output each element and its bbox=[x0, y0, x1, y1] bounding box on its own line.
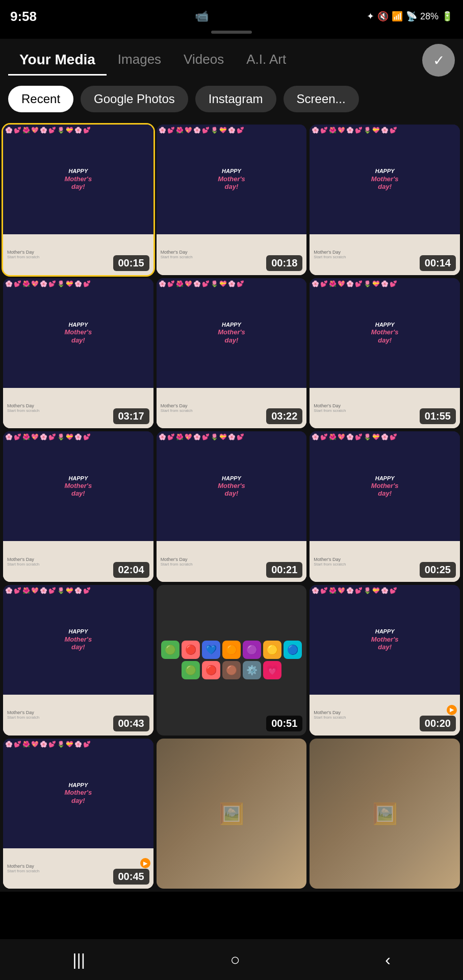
card-top: 🌸💕🌺💖🌸💕 🌷💝🌸💕 HAPPY Mother's day! bbox=[3, 278, 153, 388]
media-item-6[interactable]: 🌸💕🌺💖🌸💕 🌷💝🌸💕 HAPPY Mother's day! Mother's… bbox=[310, 278, 460, 429]
mothers-day-thumb: 🌸💕🌺💖🌸💕 🌷💝🌸💕 HAPPY Mother's day! Mother's… bbox=[3, 585, 153, 736]
duration-badge: 03:17 bbox=[113, 408, 149, 424]
media-item-2[interactable]: 🌸💕🌺💖🌸💕 🌷💝🌸💕 HAPPY Mother's day! Mother's… bbox=[157, 125, 307, 275]
card-top: 🌸💕🌺💖🌸💕 🌷💝🌸💕 HAPPY Mother's day! bbox=[310, 125, 460, 234]
media-item-5[interactable]: 🌸💕🌺💖🌸💕 🌷💝🌸💕 HAPPY Mother's day! Mother's… bbox=[157, 278, 307, 429]
mothers-day-text: HAPPY Mother's day! bbox=[371, 322, 399, 344]
mothers-day-thumb: 🌸💕🌺💖🌸💕 🌷💝🌸💕 HAPPY Mother's day! Mother's… bbox=[3, 739, 153, 889]
card-top: 🌸💕🌺💖🌸💕 🌷💝🌸💕 HAPPY Mother's day! bbox=[310, 585, 460, 695]
mothers-day-text: HAPPY Mother's day! bbox=[65, 475, 92, 498]
media-item-13[interactable]: 🌸💕🌺💖🌸💕 🌷💝🌸💕 HAPPY Mother's day! Mother's… bbox=[3, 739, 153, 889]
card-sublabel: Start from scratch bbox=[314, 562, 346, 567]
nav-back[interactable]: ‹ bbox=[370, 945, 406, 974]
media-item-8[interactable]: 🌸💕🌺💖🌸💕 🌷💝🌸💕 HAPPY Mother's day! Mother's… bbox=[157, 431, 307, 582]
media-item-1[interactable]: 🌸💕🌺💖🌸💕 🌷💝🌸💕 HAPPY Mother's day! Mother's… bbox=[3, 125, 153, 275]
tab-videos[interactable]: Videos bbox=[172, 45, 235, 75]
card-label: Mother's Day bbox=[314, 250, 341, 255]
card-label: Mother's Day bbox=[7, 557, 34, 562]
status-bar: 9:58 📹 ✦ 🔇 📶 📡 28% 🔋 bbox=[0, 0, 463, 31]
media-item-4[interactable]: 🌸💕🌺💖🌸💕 🌷💝🌸💕 HAPPY Mother's day! Mother's… bbox=[3, 278, 153, 429]
card-top: 🌸💕🌺💖🌸💕 🌷💝🌸💕 HAPPY Mother's day! bbox=[310, 278, 460, 388]
media-item-7[interactable]: 🌸💕🌺💖🌸💕 🌷💝🌸💕 HAPPY Mother's day! Mother's… bbox=[3, 431, 153, 582]
battery-icon: 🔋 bbox=[442, 11, 453, 22]
card-sublabel: Start from scratch bbox=[7, 562, 39, 567]
mothers-day-thumb: 🌸💕🌺💖🌸💕 🌷💝🌸💕 HAPPY Mother's day! Mother's… bbox=[157, 278, 307, 429]
filter-screen[interactable]: Screen... bbox=[284, 86, 359, 112]
card-top: 🌸💕🌺💖🌸💕 🌷💝🌸💕 HAPPY Mother's day! bbox=[3, 431, 153, 541]
card-top: 🌸💕🌺💖🌸💕 🌷💝🌸💕 HAPPY Mother's day! bbox=[157, 431, 307, 541]
nav-recent-apps[interactable]: ||| bbox=[57, 945, 100, 974]
checkmark-icon: ✓ bbox=[433, 52, 445, 69]
card-sublabel: Start from scratch bbox=[161, 562, 193, 567]
filter-recent[interactable]: Recent bbox=[8, 86, 73, 112]
mothers-day-thumb: 🌸💕🌺💖🌸💕 🌷💝🌸💕 HAPPY Mother's day! Mother's… bbox=[310, 125, 460, 275]
duration-badge: 00:14 bbox=[420, 255, 456, 271]
card-sublabel: Start from scratch bbox=[161, 408, 193, 413]
filter-row: Recent Google Photos Instagram Screen... bbox=[0, 77, 463, 121]
card-sublabel: Start from scratch bbox=[161, 255, 193, 259]
card-sublabel: Start from scratch bbox=[7, 715, 39, 720]
card-label: Mother's Day bbox=[161, 557, 188, 562]
mothers-day-text: HAPPY Mother's day! bbox=[371, 475, 399, 498]
mothers-day-text: HAPPY Mother's day! bbox=[218, 322, 245, 344]
card-top: 🌸💕🌺💖🌸💕 🌷💝🌸💕 HAPPY Mother's day! bbox=[310, 431, 460, 541]
media-item-11[interactable]: 🟢 🔴 💙 🟠 🟣 🟡 🔵 🟢 🔴 🟤 ⚙️ 💗 00:51 bbox=[157, 585, 307, 736]
card-sublabel: Start from scratch bbox=[314, 408, 346, 413]
duration-badge: 02:04 bbox=[113, 562, 149, 578]
real-photo-thumb: 🖼️ bbox=[310, 739, 460, 889]
header: Your Media Images Videos A.I. Art ✓ bbox=[0, 39, 463, 77]
card-sublabel: Start from scratch bbox=[7, 869, 39, 873]
duration-badge: 00:15 bbox=[113, 255, 149, 271]
bluetooth-icon: ✦ bbox=[367, 11, 374, 22]
screen-record-badge: ▶ bbox=[140, 858, 150, 868]
mothers-day-text: HAPPY Mother's day! bbox=[218, 475, 245, 498]
mothers-day-text: HAPPY Mother's day! bbox=[65, 628, 92, 651]
media-grid: 🌸💕🌺💖🌸💕 🌷💝🌸💕 HAPPY Mother's day! Mother's… bbox=[0, 121, 463, 892]
filter-instagram[interactable]: Instagram bbox=[195, 86, 276, 112]
mothers-day-thumb: 🌸💕🌺💖🌸💕 🌷💝🌸💕 HAPPY Mother's day! Mother's… bbox=[3, 431, 153, 582]
tab-ai-art[interactable]: A.I. Art bbox=[235, 45, 297, 75]
card-label: Mother's Day bbox=[314, 403, 341, 408]
media-item-14[interactable]: 🖼️ bbox=[157, 739, 307, 889]
mothers-day-thumb: 🌸💕🌺💖🌸💕 🌷💝🌸💕 HAPPY Mother's day! Mother's… bbox=[310, 431, 460, 582]
confirm-button[interactable]: ✓ bbox=[422, 44, 455, 77]
card-label: Mother's Day bbox=[7, 250, 34, 255]
filter-google-photos[interactable]: Google Photos bbox=[81, 86, 188, 112]
nav-bar: ||| ○ ‹ bbox=[0, 939, 463, 980]
card-label: Mother's Day bbox=[7, 710, 34, 715]
signal-icon: 📡 bbox=[406, 11, 417, 22]
mothers-day-thumb: 🌸💕🌺💖🌸💕 🌷💝🌸💕 HAPPY Mother's day! Mother's… bbox=[157, 431, 307, 582]
tab-your-media[interactable]: Your Media bbox=[8, 45, 107, 76]
card-sublabel: Start from scratch bbox=[7, 408, 39, 413]
duration-badge: 00:21 bbox=[266, 562, 302, 578]
battery-text: 28% bbox=[420, 11, 439, 22]
duration-badge: 00:45 bbox=[113, 869, 149, 885]
card-sublabel: Start from scratch bbox=[314, 255, 346, 259]
screenshot-thumb: 🟢 🔴 💙 🟠 🟣 🟡 🔵 🟢 🔴 🟤 ⚙️ 💗 bbox=[157, 585, 307, 736]
nav-home[interactable]: ○ bbox=[215, 945, 255, 974]
card-top: 🌸💕🌺💖🌸💕 🌷💝🌸💕 HAPPY Mother's day! bbox=[157, 278, 307, 388]
media-item-9[interactable]: 🌸💕🌺💖🌸💕 🌷💝🌸💕 HAPPY Mother's day! Mother's… bbox=[310, 431, 460, 582]
media-item-3[interactable]: 🌸💕🌺💖🌸💕 🌷💝🌸💕 HAPPY Mother's day! Mother's… bbox=[310, 125, 460, 275]
duration-badge: 00:51 bbox=[266, 716, 302, 731]
card-label: Mother's Day bbox=[314, 710, 341, 715]
mothers-day-thumb: 🌸💕🌺💖🌸💕 🌷💝🌸💕 HAPPY Mother's day! Mother's… bbox=[310, 278, 460, 429]
card-label: Mother's Day bbox=[314, 557, 341, 562]
mothers-day-thumb: 🌸💕🌺💖🌸💕 🌷💝🌸💕 HAPPY Mother's day! Mother's… bbox=[3, 125, 153, 275]
mothers-day-thumb: 🌸💕🌺💖🌸💕 🌷💝🌸💕 HAPPY Mother's day! Mother's… bbox=[157, 125, 307, 275]
mothers-day-thumb: 🌸💕🌺💖🌸💕 🌷💝🌸💕 HAPPY Mother's day! Mother's… bbox=[3, 278, 153, 429]
tab-images[interactable]: Images bbox=[107, 45, 172, 75]
status-icons: ✦ 🔇 📶 📡 28% 🔋 bbox=[367, 11, 453, 22]
card-top: 🌸💕🌺💖🌸💕 🌷💝🌸💕 HAPPY Mother's day! bbox=[3, 585, 153, 695]
mothers-day-text: HAPPY Mother's day! bbox=[371, 628, 399, 651]
media-item-15[interactable]: 🖼️ bbox=[310, 739, 460, 889]
mothers-day-text: HAPPY Mother's day! bbox=[65, 322, 92, 344]
duration-badge: 00:25 bbox=[420, 562, 456, 578]
media-item-10[interactable]: 🌸💕🌺💖🌸💕 🌷💝🌸💕 HAPPY Mother's day! Mother's… bbox=[3, 585, 153, 736]
mothers-day-thumb: 🌸💕🌺💖🌸💕 🌷💝🌸💕 HAPPY Mother's day! Mother's… bbox=[310, 585, 460, 736]
media-item-12[interactable]: 🌸💕🌺💖🌸💕 🌷💝🌸💕 HAPPY Mother's day! Mother's… bbox=[310, 585, 460, 736]
drag-handle[interactable] bbox=[211, 31, 252, 34]
wifi-icon: 📶 bbox=[392, 11, 403, 22]
duration-badge: 00:20 bbox=[420, 716, 456, 731]
card-label: Mother's Day bbox=[7, 403, 34, 408]
